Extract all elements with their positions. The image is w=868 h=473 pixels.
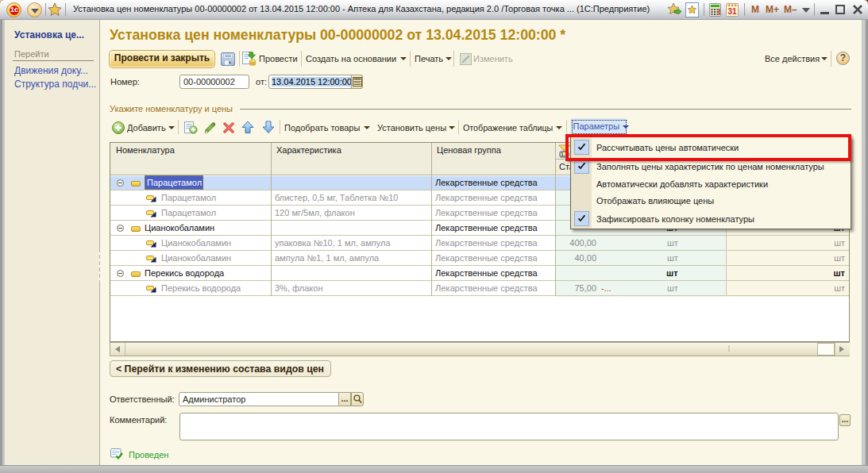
- svg-text:31: 31: [727, 7, 737, 16]
